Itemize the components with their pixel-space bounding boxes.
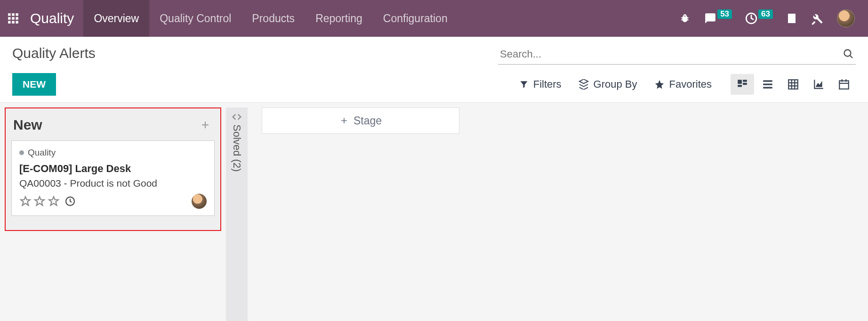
menu-overview[interactable]: Overview bbox=[83, 0, 149, 37]
card-subtitle: QA00003 - Product is not Good bbox=[19, 178, 207, 189]
activities-badge: 63 bbox=[758, 9, 773, 19]
assignee-avatar[interactable] bbox=[192, 194, 207, 209]
menu-products[interactable]: Products bbox=[241, 0, 305, 37]
tag-dot-icon bbox=[19, 150, 24, 155]
view-pivot-icon[interactable] bbox=[781, 74, 805, 95]
priority-stars[interactable] bbox=[19, 195, 60, 207]
apps-icon[interactable] bbox=[0, 0, 26, 37]
kanban-card[interactable]: Quality [E-COM09] Large Desk QA00003 - P… bbox=[11, 140, 215, 216]
svg-rect-18 bbox=[763, 87, 772, 88]
kanban-view: New Quality [E-COM09] Large Desk QA00003… bbox=[0, 103, 868, 321]
search-input[interactable] bbox=[498, 45, 856, 64]
tools-icon[interactable] bbox=[811, 12, 824, 25]
view-list-icon[interactable] bbox=[756, 74, 780, 95]
svg-rect-16 bbox=[763, 80, 772, 82]
breadcrumb: Quality Alerts bbox=[12, 45, 96, 61]
unfold-icon bbox=[232, 113, 242, 121]
svg-rect-5 bbox=[16, 17, 18, 19]
menu-reporting[interactable]: Reporting bbox=[305, 0, 373, 37]
favorites-label: Favorites bbox=[669, 78, 712, 91]
svg-rect-3 bbox=[8, 17, 10, 19]
discuss-icon[interactable]: 53 bbox=[704, 12, 732, 25]
column-title[interactable]: New bbox=[13, 117, 42, 133]
svg-rect-14 bbox=[743, 83, 747, 85]
svg-rect-13 bbox=[743, 80, 747, 82]
menu-quality-control[interactable]: Quality Control bbox=[149, 0, 241, 37]
nav-systray: 53 63 bbox=[679, 9, 868, 27]
add-stage-column: Stage bbox=[262, 107, 459, 134]
card-title: [E-COM09] Large Desk bbox=[19, 163, 207, 175]
app-title[interactable]: Quality bbox=[26, 10, 83, 26]
svg-rect-17 bbox=[763, 83, 772, 85]
user-avatar[interactable] bbox=[837, 9, 855, 27]
top-navbar: Quality Overview Quality Control Product… bbox=[0, 0, 868, 37]
building-icon[interactable] bbox=[786, 13, 797, 24]
filters-label: Filters bbox=[533, 78, 562, 91]
card-tag: Quality bbox=[28, 148, 56, 158]
main-menu: Overview Quality Control Products Report… bbox=[83, 0, 458, 37]
discuss-badge: 53 bbox=[717, 9, 732, 19]
view-kanban-icon[interactable] bbox=[731, 74, 754, 95]
activity-clock-icon[interactable] bbox=[64, 196, 76, 207]
svg-rect-19 bbox=[788, 80, 798, 89]
view-graph-icon[interactable] bbox=[807, 74, 830, 95]
search-icon[interactable] bbox=[843, 48, 854, 59]
control-panel: Quality Alerts NEW Filters Group By F bbox=[0, 37, 868, 103]
svg-rect-2 bbox=[16, 13, 18, 16]
menu-configuration[interactable]: Configuration bbox=[373, 0, 458, 37]
groupby-label: Group By bbox=[594, 78, 637, 91]
add-stage-label: Stage bbox=[354, 115, 382, 127]
search-box[interactable] bbox=[498, 45, 856, 65]
quick-create-icon[interactable] bbox=[200, 119, 211, 131]
svg-point-10 bbox=[844, 50, 851, 57]
svg-rect-1 bbox=[12, 13, 14, 16]
svg-line-11 bbox=[850, 56, 852, 58]
view-switcher bbox=[731, 74, 856, 95]
activities-icon[interactable]: 63 bbox=[745, 12, 773, 25]
groupby-dropdown[interactable]: Group By bbox=[579, 78, 637, 91]
kanban-column-folded-solved[interactable]: Solved (2) bbox=[226, 107, 248, 321]
kanban-column-new: New Quality [E-COM09] Large Desk QA00003… bbox=[5, 107, 221, 231]
new-button[interactable]: NEW bbox=[12, 73, 56, 96]
svg-rect-7 bbox=[12, 21, 14, 23]
bug-icon[interactable] bbox=[679, 12, 691, 25]
svg-rect-12 bbox=[738, 80, 742, 84]
svg-rect-4 bbox=[12, 17, 14, 19]
svg-rect-8 bbox=[16, 21, 18, 23]
folded-column-label: Solved (2) bbox=[231, 124, 243, 172]
svg-rect-24 bbox=[839, 81, 849, 89]
svg-rect-15 bbox=[738, 85, 742, 87]
svg-rect-6 bbox=[8, 21, 10, 23]
add-stage-button[interactable]: Stage bbox=[262, 107, 459, 134]
favorites-dropdown[interactable]: Favorites bbox=[654, 78, 712, 91]
view-calendar-icon[interactable] bbox=[832, 74, 856, 95]
filters-dropdown[interactable]: Filters bbox=[519, 78, 562, 91]
svg-rect-0 bbox=[8, 13, 10, 16]
